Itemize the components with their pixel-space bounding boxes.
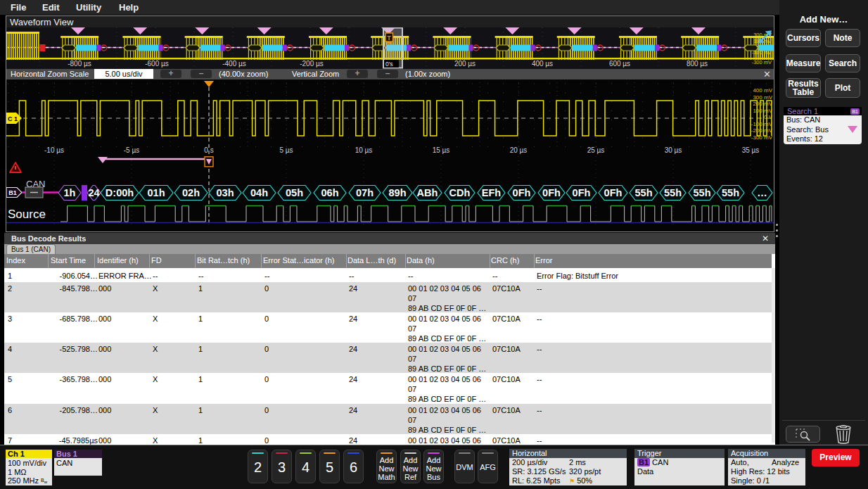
svg-text:55h: 55h [664,187,682,198]
svg-text:-5 µs: -5 µs [124,146,139,154]
svg-text:0 s: 0 s [204,146,213,154]
svg-text:04h: 04h [250,187,268,198]
svg-text:EFh: EFh [482,187,501,198]
svg-text:100 mV: 100 mV [753,108,772,114]
svg-text:-400 µs: -400 µs [222,60,246,68]
svg-text:0 V: 0 V [764,114,773,120]
svg-text:600 µs: 600 µs [609,60,630,68]
svg-text:55h: 55h [694,187,711,198]
svg-text:0Fh: 0Fh [513,187,531,198]
svg-text:1h: 1h [64,187,76,198]
svg-text:ABh: ABh [417,187,438,198]
svg-text:0Fh: 0Fh [542,187,561,198]
svg-text:D:00h: D:00h [106,187,134,198]
svg-text:0Fh: 0Fh [573,187,591,198]
svg-text:-300 mV: -300 mV [752,59,772,65]
svg-text:10 µs: 10 µs [355,146,373,154]
svg-text:25 µs: 25 µs [587,146,605,154]
svg-text:55h: 55h [722,187,739,198]
svg-text:03h: 03h [217,187,234,198]
svg-text:07h: 07h [356,187,374,198]
svg-text:02h: 02h [182,187,200,198]
svg-text:T: T [387,34,391,42]
svg-text:800 µs: 800 µs [687,60,708,68]
svg-text:-200 mV: -200 mV [751,127,773,134]
svg-text:24: 24 [88,187,99,198]
svg-text:200 µs: 200 µs [454,60,476,68]
svg-text:200 mV: 200 mV [753,101,772,107]
svg-text:89h: 89h [389,187,407,198]
svg-text:05h: 05h [286,187,303,198]
svg-text:15 µs: 15 µs [433,146,450,154]
svg-text:55h: 55h [635,187,653,198]
svg-text:20 µs: 20 µs [510,146,528,154]
svg-text:Source: Source [8,208,46,221]
svg-text:35 µs: 35 µs [742,146,760,154]
svg-text:5 µs: 5 µs [279,146,293,154]
svg-text:-300 mV: -300 mV [751,134,773,141]
svg-text:300 mV: 300 mV [753,94,772,101]
svg-text:…: … [757,187,767,198]
svg-text:400 mV: 400 mV [753,87,772,94]
svg-text:-200 µs: -200 µs [300,60,324,68]
svg-text:B1: B1 [8,189,17,196]
svg-text:0Fh: 0Fh [604,187,623,198]
svg-text:CDh: CDh [449,187,471,198]
svg-text:0's: 0's [385,61,393,68]
svg-text:-600 µs: -600 µs [145,60,169,68]
svg-text:400 µs: 400 µs [532,60,553,68]
svg-text:-10 µs: -10 µs [44,146,64,154]
svg-text:C 1: C 1 [8,115,18,122]
svg-text:-100 mV: -100 mV [751,121,773,127]
svg-text:01h: 01h [148,187,165,198]
svg-text:-100 mV: -100 mV [752,49,772,56]
svg-text:06h: 06h [321,187,339,198]
svg-text:30 µs: 30 µs [665,146,682,154]
svg-text:-800 µs: -800 µs [68,60,91,68]
